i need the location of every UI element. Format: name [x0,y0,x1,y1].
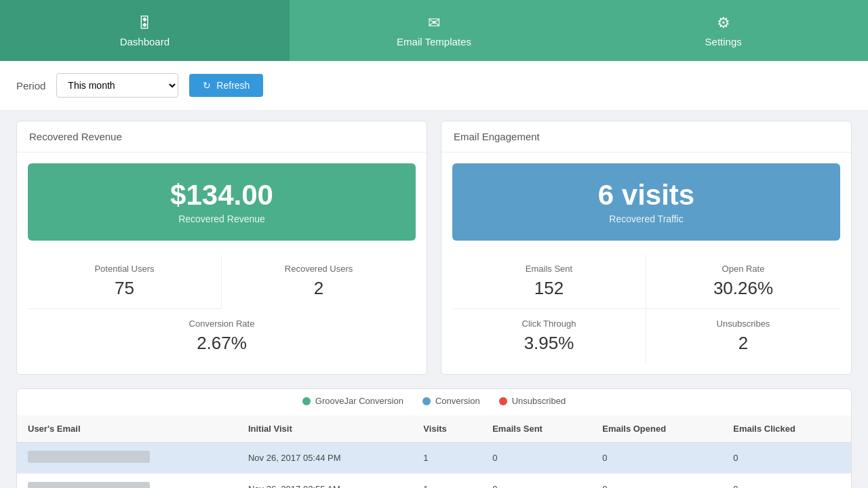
recovered-revenue-card-header: Recovered Revenue [17,121,427,152]
conversion-label: Conversion [435,396,480,406]
refresh-icon: ↻ [203,80,211,91]
cell-emails-sent: 0 [481,443,591,474]
col-emails-sent: Emails Sent [481,415,591,443]
click-through-cell: Click Through 3.95% [452,309,646,363]
recovered-revenue-card: Recovered Revenue $134.00 Recovered Reve… [16,121,427,375]
cell-emails-sent: 0 [481,474,591,488]
col-initial-visit: Initial Visit [237,415,412,443]
nav-item-email-templates[interactable]: ✉ Email Templates [290,0,579,61]
recovered-revenue-card-body: $134.00 Recovered Revenue Potential User… [17,152,427,374]
toolbar: Period This month Last month Last 7 days… [0,61,868,110]
open-rate-value: 30.26% [652,278,835,299]
col-emails-opened: Emails Opened [591,415,722,443]
recovered-users-value: 2 [227,278,410,299]
table-row: Nov 26, 2017 02:55 AM 1 0 0 0 [17,474,851,488]
open-rate-label: Open Rate [652,264,835,274]
unsubscribes-cell: Unsubscribes 2 [646,309,840,363]
cell-emails-clicked: 0 [722,474,851,488]
users-table: User's Email Initial Visit Visits Emails… [17,415,851,488]
conversion-rate-cell: Conversion Rate 2.67% [28,309,416,363]
recovered-users-cell: Recovered Users 2 [222,254,416,309]
potential-users-value: 75 [33,278,216,299]
email-engagement-stats-grid: Emails Sent 152 Open Rate 30.26% Click T… [452,254,840,363]
main-content: Recovered Revenue $134.00 Recovered Reve… [0,110,868,488]
email-placeholder [28,482,150,488]
legend-item-unsubscribed: Unsubscribed [499,396,566,406]
emails-sent-cell: Emails Sent 152 [452,254,646,309]
refresh-label: Refresh [216,80,250,91]
legend-item-groovejar: GrooveJar Conversion [302,396,403,406]
email-engagement-stat-box: 6 visits Recovered Traffic [452,163,840,241]
conversion-rate-value: 2.67% [33,333,410,354]
emails-sent-label: Emails Sent [458,264,640,274]
nav-item-dashboard[interactable]: 🎛 Dashboard [0,0,290,61]
conversion-dot [422,397,431,405]
cell-email [17,474,237,488]
col-emails-clicked: Emails Clicked [722,415,851,443]
table-header-row: User's Email Initial Visit Visits Emails… [17,415,851,443]
table-header: User's Email Initial Visit Visits Emails… [17,415,851,443]
cell-visits: 1 [412,443,481,474]
email-engagement-card-body: 6 visits Recovered Traffic Emails Sent 1… [441,152,851,374]
cell-initial-visit: Nov 26, 2017 05:44 PM [237,443,412,474]
chart-legend: GrooveJar Conversion Conversion Unsubscr… [17,389,851,415]
recovered-revenue-label: Recovered Revenue [39,214,405,224]
email-placeholder [28,451,150,463]
cell-emails-opened: 0 [591,474,722,488]
table-row: Nov 26, 2017 05:44 PM 1 0 0 0 [17,443,851,474]
unsubscribed-label: Unsubscribed [512,396,566,406]
click-through-value: 3.95% [458,333,640,354]
recovered-revenue-title: Recovered Revenue [29,131,122,142]
email-engagement-card: Email Engagement 6 visits Recovered Traf… [441,121,852,375]
recovered-users-label: Recovered Users [227,264,410,274]
recovered-revenue-stats-grid: Potential Users 75 Recovered Users 2 Con… [28,254,416,363]
legend-item-conversion: Conversion [422,396,480,406]
nav-label-dashboard: Dashboard [120,36,170,47]
nav-label-settings: Settings [705,36,742,47]
potential-users-cell: Potential Users 75 [28,254,222,309]
col-email: User's Email [17,415,237,443]
cell-emails-clicked: 0 [722,443,851,474]
table-section: GrooveJar Conversion Conversion Unsubscr… [16,388,852,488]
unsubscribed-dot [499,397,507,405]
nav-label-email-templates: Email Templates [397,36,471,47]
conversion-rate-label: Conversion Rate [33,319,410,329]
cell-emails-opened: 0 [591,443,722,474]
cell-email [17,443,237,474]
unsubscribes-label: Unsubscribes [652,319,835,329]
groovejar-dot [302,397,311,405]
potential-users-label: Potential Users [33,264,216,274]
stats-cards-row: Recovered Revenue $134.00 Recovered Reve… [16,121,852,375]
emails-sent-value: 152 [458,278,640,299]
recovered-revenue-stat-box: $134.00 Recovered Revenue [28,163,416,241]
click-through-label: Click Through [458,319,640,329]
email-engagement-value: 6 visits [463,180,829,211]
dashboard-icon: 🎛 [137,14,152,32]
navigation: 🎛 Dashboard ✉ Email Templates ⚙ Settings [0,0,868,61]
groovejar-label: GrooveJar Conversion [315,396,403,406]
period-select[interactable]: This month Last month Last 7 days Last 3… [56,73,178,98]
refresh-button[interactable]: ↻ Refresh [189,74,263,97]
email-templates-icon: ✉ [428,14,440,32]
table-body: Nov 26, 2017 05:44 PM 1 0 0 0 Nov 26, 20… [17,443,851,488]
cell-visits: 1 [412,474,481,488]
unsubscribes-value: 2 [652,333,835,354]
cell-initial-visit: Nov 26, 2017 02:55 AM [237,474,412,488]
settings-icon: ⚙ [717,14,730,32]
recovered-revenue-value: $134.00 [39,180,405,211]
email-engagement-card-header: Email Engagement [441,121,851,152]
email-engagement-label: Recovered Traffic [463,214,829,224]
email-engagement-title: Email Engagement [454,131,540,142]
nav-item-settings[interactable]: ⚙ Settings [578,0,868,61]
period-label: Period [16,80,45,92]
open-rate-cell: Open Rate 30.26% [646,254,840,309]
col-visits: Visits [412,415,481,443]
